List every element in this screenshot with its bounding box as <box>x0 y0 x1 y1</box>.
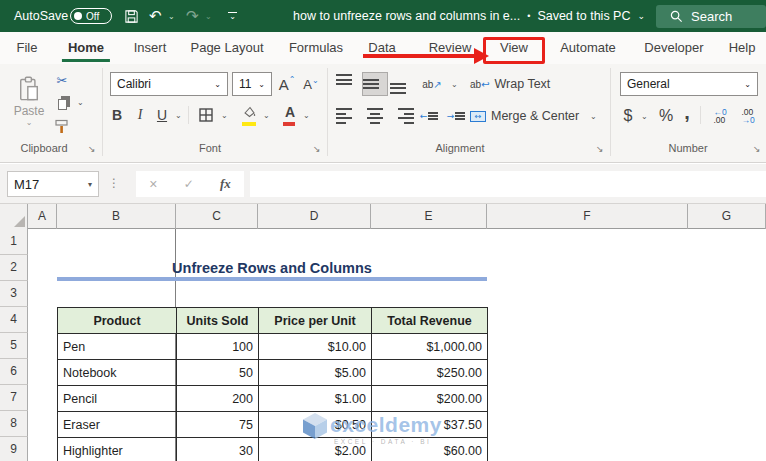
orientation-button[interactable]: ab↗ <box>420 73 444 95</box>
table-header-cell[interactable]: Total Revenue <box>372 308 488 334</box>
fill-color-button[interactable] <box>240 102 258 126</box>
alignment-dialog-launcher[interactable]: ↘ <box>596 144 604 154</box>
tab-page-layout[interactable]: Page Layout <box>190 32 263 64</box>
center-button[interactable] <box>363 105 387 127</box>
undo-dropdown[interactable]: ⌄ <box>168 0 175 32</box>
decrease-indent-button[interactable]: ← <box>418 105 440 127</box>
insert-function-button[interactable]: fx <box>220 176 231 192</box>
clipboard-dialog-launcher[interactable]: ↘ <box>88 144 96 154</box>
enter-button[interactable]: ✓ <box>184 177 194 191</box>
fill-color-dropdown[interactable]: ⌄ <box>263 111 270 120</box>
increase-decimal-button[interactable]: ←0.00 <box>708 105 732 127</box>
table-cell[interactable]: $2.00 <box>259 438 372 461</box>
table-cell[interactable]: 50 <box>177 360 259 386</box>
table-cell[interactable]: Highlighter <box>58 438 177 461</box>
comma-style-button[interactable]: , <box>680 100 694 124</box>
row-header-7[interactable]: 7 <box>0 385 28 411</box>
autosave-toggle[interactable]: Off <box>70 8 112 24</box>
table-cell[interactable]: $1.00 <box>259 386 372 412</box>
redo-button[interactable]: ↷ <box>186 0 199 32</box>
table-cell[interactable]: 100 <box>177 334 259 360</box>
paste-button[interactable]: Paste ⌄ <box>10 70 48 132</box>
column-header-B[interactable]: B <box>57 204 176 229</box>
column-header-F[interactable]: F <box>487 204 688 229</box>
table-cell[interactable]: $5.00 <box>259 360 372 386</box>
font-color-dropdown[interactable]: ⌄ <box>303 111 310 120</box>
borders-button[interactable] <box>196 104 216 126</box>
bottom-align-button[interactable] <box>390 73 414 95</box>
table-cell[interactable]: Pen <box>58 334 177 360</box>
search-box[interactable]: Search <box>656 5 766 28</box>
customize-quick-access-toolbar-button[interactable]: ⌄ <box>228 0 237 32</box>
column-header-A[interactable]: A <box>28 204 57 229</box>
select-all-button[interactable] <box>0 204 28 229</box>
table-cell[interactable]: $10.00 <box>259 334 372 360</box>
row-header-1[interactable]: 1 <box>0 229 28 255</box>
column-header-E[interactable]: E <box>371 204 487 229</box>
cut-button[interactable]: ✂ <box>52 72 72 88</box>
row-header-2[interactable]: 2 <box>0 255 28 281</box>
font-color-button[interactable]: A <box>282 102 298 126</box>
merge-center-button[interactable]: ↔ Merge & Center <box>470 105 579 127</box>
undo-button[interactable]: ↶ <box>149 0 162 32</box>
table-cell[interactable]: $200.00 <box>372 386 488 412</box>
copy-dropdown[interactable]: ⌄ <box>77 98 84 107</box>
bold-button[interactable]: B <box>108 104 126 126</box>
orientation-dropdown[interactable]: ⌄ <box>451 80 458 89</box>
format-painter-button[interactable] <box>52 118 72 136</box>
underline-dropdown[interactable]: ⌄ <box>175 111 182 120</box>
tab-formulas[interactable]: Formulas <box>289 32 343 64</box>
align-left-button[interactable] <box>336 105 360 127</box>
table-cell[interactable]: 30 <box>177 438 259 461</box>
formula-bar-grip-icon[interactable]: ⋮ <box>108 176 120 190</box>
top-align-button[interactable] <box>336 73 360 95</box>
table-cell[interactable]: Eraser <box>58 412 177 438</box>
document-title-area[interactable]: how to unfreeze rows and columns in e...… <box>293 0 645 32</box>
column-header-D[interactable]: D <box>258 204 371 229</box>
table-cell[interactable]: $0.50 <box>259 412 372 438</box>
cancel-button[interactable]: × <box>149 176 157 192</box>
table-cell[interactable]: $1,000.00 <box>372 334 488 360</box>
column-header-C[interactable]: C <box>176 204 258 229</box>
tab-data[interactable]: Data <box>368 32 395 64</box>
redo-dropdown[interactable]: ⌄ <box>205 0 212 32</box>
tab-review[interactable]: Review <box>429 32 472 64</box>
tab-help[interactable]: Help <box>729 32 756 64</box>
borders-dropdown[interactable]: ⌄ <box>221 111 228 120</box>
accounting-format-button[interactable]: $ <box>620 104 636 128</box>
table-header-cell[interactable]: Price per Unit <box>259 308 372 334</box>
row-header-3[interactable]: 3 <box>0 281 28 307</box>
tab-home[interactable]: Home <box>68 32 104 64</box>
row-header-6[interactable]: 6 <box>0 359 28 385</box>
table-cell[interactable]: Pencil <box>58 386 177 412</box>
font-name-select[interactable]: Calibri ⌄ <box>110 72 228 96</box>
column-header-G[interactable]: G <box>688 204 766 229</box>
middle-align-button[interactable] <box>363 73 387 95</box>
tab-file[interactable]: File <box>17 32 38 64</box>
save-button[interactable] <box>124 0 139 32</box>
table-cell[interactable]: $60.00 <box>372 438 488 461</box>
wrap-text-button[interactable]: ab↩ Wrap Text <box>470 73 550 95</box>
tab-insert[interactable]: Insert <box>134 32 167 64</box>
row-header-9[interactable]: 9 <box>0 437 28 461</box>
row-header-4[interactable]: 4 <box>0 307 28 333</box>
formula-input[interactable] <box>250 171 766 197</box>
percent-style-button[interactable]: % <box>656 104 676 128</box>
table-cell[interactable]: 200 <box>177 386 259 412</box>
name-box[interactable]: M17 ▾ <box>7 171 99 197</box>
number-dialog-launcher[interactable]: ↘ <box>753 144 761 154</box>
decrease-font-size-button[interactable]: A⌄ <box>300 72 322 96</box>
decrease-decimal-button[interactable]: .00→0 <box>736 105 760 127</box>
number-format-select[interactable]: General ⌄ <box>620 72 758 96</box>
font-size-select[interactable]: 11 ⌄ <box>232 72 272 96</box>
copy-button[interactable] <box>52 96 72 112</box>
row-header-8[interactable]: 8 <box>0 411 28 437</box>
row-header-5[interactable]: 5 <box>0 333 28 359</box>
table-header-cell[interactable]: Product <box>58 308 177 334</box>
underline-button[interactable]: U <box>153 104 171 126</box>
tab-developer[interactable]: Developer <box>644 32 703 64</box>
increase-font-size-button[interactable]: A⌃ <box>276 72 298 96</box>
font-dialog-launcher[interactable]: ↘ <box>313 144 321 154</box>
table-cell[interactable]: $37.50 <box>372 412 488 438</box>
table-cell[interactable]: $250.00 <box>372 360 488 386</box>
